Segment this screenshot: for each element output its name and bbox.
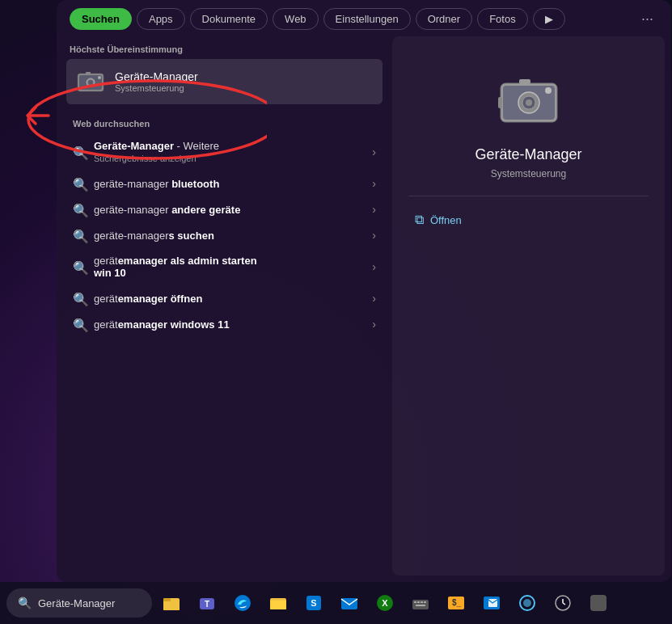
tab-web[interactable]: Web — [273, 8, 319, 30]
best-match-sub: Systemsteuerung — [115, 83, 373, 93]
svg-rect-6 — [86, 72, 91, 74]
svg-rect-18 — [163, 598, 171, 601]
taskbar-cortana[interactable] — [511, 587, 543, 619]
taskbar-edge[interactable] — [226, 587, 259, 619]
tab-einstellungen[interactable]: Einstellungen — [323, 8, 411, 30]
detail-open-button[interactable]: ⧉ Öffnen — [408, 209, 468, 230]
svg-point-12 — [526, 99, 532, 106]
best-match-item[interactable]: Geräte-Manager Systemsteuerung — [66, 59, 382, 104]
search-icon: 🔍 — [73, 229, 86, 242]
svg-text:X: X — [382, 598, 388, 608]
detail-app-name: Geräte-Manager — [475, 146, 581, 163]
taskbar-file-explorer[interactable] — [155, 587, 188, 619]
taskbar-outlook[interactable] — [475, 587, 508, 619]
tab-fotos[interactable]: Fotos — [477, 8, 528, 30]
svg-rect-17 — [163, 601, 180, 610]
taskbar-search-text: Geräte-Manager — [38, 597, 115, 609]
tab-play[interactable]: ▶ — [533, 8, 565, 30]
result-text: gerätemanager öffnen — [94, 293, 364, 305]
best-match-text: Geräte-Manager Systemsteuerung — [115, 70, 373, 93]
svg-rect-44 — [590, 595, 606, 611]
search-icon: 🔍 — [73, 145, 86, 158]
svg-point-21 — [235, 595, 251, 611]
tab-apps[interactable]: Apps — [137, 8, 185, 30]
search-icon: 🔍 — [73, 203, 86, 216]
result-text: gerätemanager als admin startenwin 10 — [94, 255, 364, 279]
result-text: geräte-manager andere geräte — [94, 204, 364, 216]
list-item[interactable]: 🔍 geräte-manager bluetooth › — [63, 171, 386, 196]
search-icon: 🔍 — [73, 260, 86, 273]
list-item[interactable]: 🔍 gerätemanager als admin startenwin 10 … — [63, 248, 386, 285]
search-panel: Suchen Apps Dokumente Web Einstellungen … — [57, 0, 671, 582]
detail-device-manager-icon — [497, 69, 561, 133]
svg-rect-31 — [417, 601, 420, 603]
tab-ordner[interactable]: Ordner — [416, 8, 472, 30]
svg-text:T: T — [205, 600, 209, 609]
arrow-icon: › — [372, 318, 376, 331]
search-icon: 🔍 — [73, 292, 86, 305]
svg-rect-15 — [498, 97, 502, 108]
svg-rect-26 — [341, 598, 357, 609]
results-panel: Höchste Übereinstimmung Geräte-Ma — [57, 36, 392, 582]
list-item[interactable]: 🔍 gerätemanager windows 11 › — [63, 311, 386, 337]
taskbar-file-manager[interactable] — [262, 587, 294, 619]
list-item[interactable]: 🔍 Geräte-Manager - Weitere Suchergebniss… — [63, 133, 386, 171]
taskbar-mail[interactable] — [333, 587, 366, 619]
detail-panel: Geräte-Manager Systemsteuerung ⧉ Öffnen — [392, 36, 665, 576]
svg-rect-33 — [424, 601, 426, 603]
taskbar-keyboard[interactable] — [404, 587, 437, 619]
best-match-section-label: Höchste Übereinstimmung — [63, 36, 386, 59]
arrow-icon: › — [372, 229, 376, 242]
taskbar-teams[interactable]: T — [191, 587, 223, 619]
web-search-section-label: Web durchsuchen — [63, 108, 386, 133]
svg-point-40 — [523, 599, 531, 607]
taskbar-notifications[interactable] — [582, 587, 615, 619]
arrow-icon: › — [372, 203, 376, 216]
open-external-icon: ⧉ — [415, 213, 424, 227]
tab-more-button[interactable]: ··· — [636, 9, 658, 29]
taskbar-terminal[interactable]: $_ — [440, 587, 472, 619]
taskbar-clock[interactable] — [547, 587, 579, 619]
content-area: Höchste Übereinstimmung Geräte-Ma — [57, 36, 671, 582]
svg-rect-30 — [414, 601, 416, 603]
open-label: Öffnen — [430, 214, 462, 226]
device-manager-icon — [76, 67, 105, 96]
result-text: geräte-manager bluetooth — [94, 178, 364, 190]
taskbar-search-box[interactable]: 🔍 Geräte-Manager — [6, 588, 152, 618]
best-match-name: Geräte-Manager — [115, 70, 373, 83]
search-icon: 🔍 — [73, 177, 86, 190]
tab-suchen[interactable]: Suchen — [70, 8, 132, 30]
svg-rect-32 — [421, 601, 423, 603]
svg-line-43 — [563, 603, 565, 605]
list-item[interactable]: 🔍 geräte-manager andere geräte › — [63, 196, 386, 222]
taskbar-microsoft-store[interactable]: S — [298, 587, 330, 619]
detail-app-sub: Systemsteuerung — [491, 168, 566, 179]
svg-text:S: S — [311, 598, 316, 608]
svg-point-5 — [88, 80, 93, 85]
svg-text:$_: $_ — [452, 598, 462, 607]
svg-point-14 — [545, 87, 552, 94]
taskbar: 🔍 Geräte-Manager T S X $_ — [0, 582, 672, 624]
arrow-icon: › — [372, 177, 376, 190]
search-icon: 🔍 — [73, 318, 86, 331]
tab-dokumente[interactable]: Dokumente — [190, 8, 268, 30]
result-text: Geräte-Manager - Weitere Suchergebnisse … — [94, 140, 364, 164]
result-text: gerätemanager windows 11 — [94, 318, 364, 331]
svg-rect-34 — [416, 605, 425, 606]
detail-divider — [408, 196, 649, 196]
result-text: geräte-managers suchen — [94, 230, 364, 242]
arrow-icon: › — [372, 145, 376, 158]
arrow-icon: › — [372, 292, 376, 305]
list-item[interactable]: 🔍 geräte-managers suchen › — [63, 222, 386, 248]
filter-tabs-row: Suchen Apps Dokumente Web Einstellungen … — [57, 0, 671, 36]
svg-rect-23 — [270, 601, 286, 609]
taskbar-search-icon: 🔍 — [18, 597, 32, 609]
svg-rect-13 — [519, 79, 530, 84]
taskbar-xbox[interactable]: X — [369, 587, 401, 619]
arrow-icon: › — [372, 260, 376, 273]
svg-point-7 — [98, 76, 101, 79]
list-item[interactable]: 🔍 gerätemanager öffnen › — [63, 285, 386, 311]
